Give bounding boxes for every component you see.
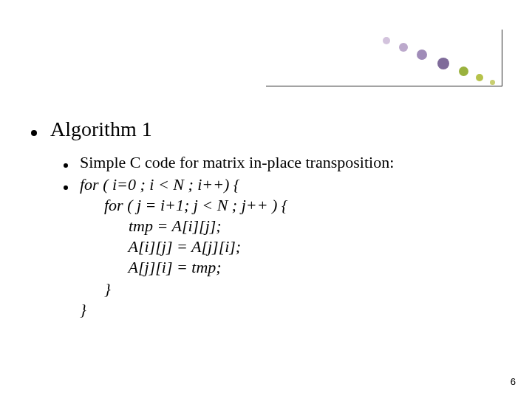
bullet-icon — [31, 130, 37, 136]
bullet-icon — [64, 163, 68, 168]
code-line: for ( j = i+1; j < N ; j++ ) { — [80, 195, 288, 216]
decor-dot-icon — [490, 80, 495, 85]
decor-dot-icon — [476, 74, 483, 81]
decor-rule-horizontal — [266, 86, 502, 86]
decor-dot-icon — [417, 50, 427, 60]
code-line: } — [80, 279, 288, 299]
sub-list: Simple C code for matrix in-place transp… — [64, 152, 488, 320]
corner-decoration — [0, 0, 532, 103]
code-line: A[i][j] = A[j][i]; — [80, 236, 288, 257]
decor-rule-vertical — [502, 30, 502, 86]
title-row: Algorithm 1 — [31, 117, 488, 142]
decor-dot-icon — [437, 58, 449, 69]
item-row-code: for ( i=0 ; i < N ; i++) { for ( j = i+1… — [64, 174, 488, 320]
code-line: A[j][i] = tmp; — [80, 257, 288, 278]
page-number: 6 — [511, 376, 516, 387]
slide-title: Algorithm 1 — [50, 117, 152, 142]
bullet-icon — [64, 185, 68, 190]
decor-dot-icon — [399, 43, 408, 52]
code-block: for ( i=0 ; i < N ; i++) { for ( j = i+1… — [80, 174, 288, 320]
content-area: Algorithm 1 Simple C code for matrix in-… — [31, 117, 488, 320]
code-line: for ( i=0 ; i < N ; i++) { — [80, 174, 288, 195]
item-row-1: Simple C code for matrix in-place transp… — [64, 152, 488, 173]
slide: Algorithm 1 Simple C code for matrix in-… — [0, 0, 532, 399]
item-text: Simple C code for matrix in-place transp… — [80, 152, 394, 173]
decor-dot-icon — [383, 37, 390, 44]
code-line: } — [80, 299, 288, 320]
decor-dot-icon — [459, 66, 468, 76]
code-line: tmp = A[i][j]; — [80, 216, 288, 236]
